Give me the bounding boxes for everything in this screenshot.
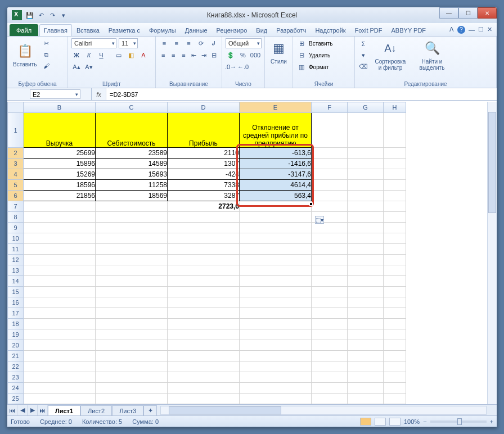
currency-button[interactable]: 💲 — [226, 50, 236, 60]
cell-F15[interactable] — [312, 287, 348, 297]
col-head-C[interactable]: C — [96, 102, 168, 113]
cell-D9[interactable] — [168, 223, 240, 233]
row-head-7[interactable]: 7 — [8, 201, 24, 212]
cell-G7[interactable] — [348, 201, 384, 212]
row-head-18[interactable]: 18 — [8, 319, 24, 329]
cell-F1[interactable] — [312, 113, 348, 148]
doc-restore-icon[interactable]: ☐ — [478, 26, 484, 33]
cell-E5[interactable]: 4614,4 — [240, 180, 312, 191]
cell-E24[interactable] — [240, 383, 312, 394]
cell-D25[interactable] — [168, 394, 240, 404]
cell-F20[interactable] — [312, 340, 348, 351]
cell-G25[interactable] — [348, 394, 384, 404]
new-sheet-button[interactable]: ✦ — [143, 405, 157, 416]
tab-formulas[interactable]: Формулы — [145, 24, 181, 36]
vscroll-thumb[interactable] — [488, 112, 496, 213]
cell-G2[interactable] — [348, 148, 384, 159]
cell-B24[interactable] — [24, 383, 96, 394]
cell-C15[interactable] — [96, 287, 168, 297]
sheet-tab-3[interactable]: Лист3 — [112, 405, 143, 416]
formula-input[interactable]: =D2-$D$7 — [106, 88, 497, 100]
close-button[interactable]: ✕ — [478, 7, 497, 19]
row-head-10[interactable]: 10 — [8, 233, 24, 244]
cell-F17[interactable] — [312, 308, 348, 319]
cell-B22[interactable] — [24, 361, 96, 372]
cell-C14[interactable] — [96, 276, 168, 287]
row-head-6[interactable]: 6 — [8, 191, 24, 201]
row-head-1[interactable]: 1 — [8, 113, 24, 148]
row-head-25[interactable]: 25 — [8, 394, 24, 404]
row-head-22[interactable]: 22 — [8, 361, 24, 372]
cell-D23[interactable] — [168, 372, 240, 383]
cell-D6[interactable]: 3287 — [168, 191, 240, 201]
col-head-E[interactable]: E — [240, 102, 312, 113]
cell-F9[interactable] — [312, 223, 348, 233]
cell-E13[interactable] — [240, 265, 312, 276]
bold-button[interactable]: Ж — [71, 50, 82, 60]
cell-C22[interactable] — [96, 361, 168, 372]
select-all-corner[interactable] — [8, 102, 24, 113]
col-head-F[interactable]: F — [312, 102, 348, 113]
cell-D12[interactable] — [168, 255, 240, 265]
cell-G21[interactable] — [348, 351, 384, 361]
sheet-tab-1[interactable]: Лист1 — [48, 405, 80, 416]
cell-E23[interactable] — [240, 372, 312, 383]
hscroll-thumb[interactable] — [169, 406, 281, 414]
view-normal-button[interactable] — [360, 418, 371, 426]
cell-H18[interactable] — [384, 319, 406, 329]
increase-font-button[interactable]: A▴ — [71, 62, 82, 72]
cell-H6[interactable] — [384, 191, 406, 201]
zoom-out-button[interactable]: − — [423, 418, 426, 425]
increase-decimal-button[interactable]: .0→ — [226, 62, 236, 72]
cell-E15[interactable] — [240, 287, 312, 297]
cell-D5[interactable]: 7338 — [168, 180, 240, 191]
cell-E2[interactable]: -613,6 — [240, 148, 312, 159]
cell-H12[interactable] — [384, 255, 406, 265]
cell-E4[interactable]: -3147,6 — [240, 169, 312, 180]
cell-D3[interactable]: 1307 — [168, 159, 240, 169]
cell-F18[interactable] — [312, 319, 348, 329]
cell-D13[interactable] — [168, 265, 240, 276]
cell-H15[interactable] — [384, 287, 406, 297]
row-head-17[interactable]: 17 — [8, 308, 24, 319]
find-select-button[interactable]: 🔍 Найти и выделить — [412, 38, 452, 72]
cell-H24[interactable] — [384, 383, 406, 394]
cell-B25[interactable] — [24, 394, 96, 404]
cell-F6[interactable] — [312, 191, 348, 201]
comma-button[interactable]: 000 — [250, 50, 260, 60]
row-head-13[interactable]: 13 — [8, 265, 24, 276]
cell-F12[interactable] — [312, 255, 348, 265]
zoom-thumb[interactable] — [457, 418, 462, 425]
cell-E21[interactable] — [240, 351, 312, 361]
align-left-button[interactable]: ≡ — [159, 50, 167, 60]
minimize-ribbon-icon[interactable]: ᐱ — [449, 26, 454, 33]
cell-G6[interactable] — [348, 191, 384, 201]
cell-C25[interactable] — [96, 394, 168, 404]
cell-B16[interactable] — [24, 297, 96, 308]
cell-E12[interactable] — [240, 255, 312, 265]
font-name-select[interactable]: Calibri — [71, 38, 116, 48]
cell-G16[interactable] — [348, 297, 384, 308]
cell-H22[interactable] — [384, 361, 406, 372]
cell-B14[interactable] — [24, 276, 96, 287]
cell-D4[interactable]: -424 — [168, 169, 240, 180]
cell-B6[interactable]: 21856 — [24, 191, 96, 201]
row-head-15[interactable]: 15 — [8, 287, 24, 297]
tab-developer[interactable]: Разработч — [272, 24, 310, 36]
tab-nav-first[interactable]: ⏮ — [7, 405, 17, 415]
cell-D18[interactable] — [168, 319, 240, 329]
cell-D11[interactable] — [168, 244, 240, 255]
cell-C11[interactable] — [96, 244, 168, 255]
percent-button[interactable]: % — [238, 50, 248, 60]
row-head-19[interactable]: 19 — [8, 329, 24, 340]
zoom-slider[interactable] — [430, 421, 487, 423]
doc-close-icon[interactable]: ✕ — [487, 26, 492, 33]
decrease-decimal-button[interactable]: ←.0 — [238, 62, 248, 72]
cell-B21[interactable] — [24, 351, 96, 361]
format-cells-button[interactable]: ▥ — [296, 62, 307, 72]
cell-C8[interactable] — [96, 212, 168, 223]
cell-F25[interactable] — [312, 394, 348, 404]
cell-B13[interactable] — [24, 265, 96, 276]
cell-B11[interactable] — [24, 244, 96, 255]
cell-G3[interactable] — [348, 159, 384, 169]
